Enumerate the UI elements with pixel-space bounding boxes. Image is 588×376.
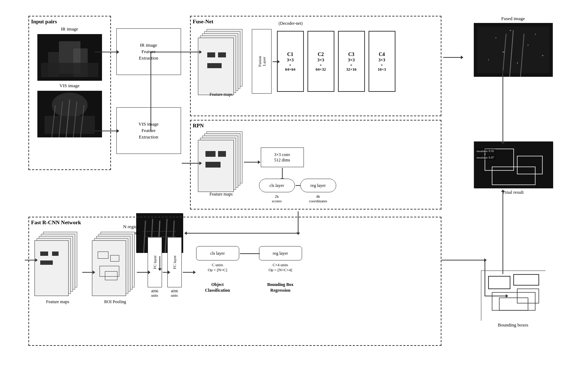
arrow-ir-feat xyxy=(95,52,117,52)
c4-size: 3×3 xyxy=(379,57,385,63)
decoder-block-c1: C1 3×3 × 64×64 xyxy=(277,31,304,92)
fuse-net-feat-label: Feature maps xyxy=(198,92,245,97)
arrow-bbox-v xyxy=(485,260,485,296)
fused-svg xyxy=(474,23,553,77)
vis-image xyxy=(37,91,102,137)
fc-layer-2: FC layer xyxy=(167,237,182,287)
c1-dim: 64×64 xyxy=(285,67,295,71)
decoder-net-label: (Decoder-net) xyxy=(279,21,303,26)
svg-rect-25 xyxy=(528,44,528,46)
svg-rect-30 xyxy=(517,62,518,64)
ir-image-label: IR image xyxy=(31,26,108,32)
fast-rcnn-feat-label: Feature maps xyxy=(34,299,81,305)
fast-rcnn-reg-label: reg layer xyxy=(273,251,288,256)
arrow-cls-reg xyxy=(296,185,300,186)
fc2-units-label: 4096 units xyxy=(166,289,184,298)
arrow-ir-fuse xyxy=(182,52,200,52)
rpn-reg-coords-label: 4k coordinates xyxy=(300,194,336,203)
arrow-cls-reg-rcnn xyxy=(240,253,260,254)
arrow-in-rcnn xyxy=(25,260,36,260)
roi-rect-4 xyxy=(105,271,117,280)
final-result-label: Final result xyxy=(470,189,556,195)
input-pairs-box: Input pairs IR image VIS image xyxy=(28,16,111,170)
arrow-rpn-feat-conv xyxy=(244,162,258,163)
arrow-roi-fc xyxy=(137,272,148,273)
stack-layer-1 xyxy=(198,38,234,95)
fast-rcnn-reg-desc: Bounding Box Regression xyxy=(259,282,302,293)
fc1-units-label: 4096 units xyxy=(146,289,164,298)
reg-units: C×4 units xyxy=(259,262,302,267)
vis-feat-extract-box: VIS image Feature Extraction xyxy=(116,107,181,154)
c1-size: 3×3 xyxy=(287,57,294,63)
svg-rect-24 xyxy=(495,37,496,38)
rpn-cls-score-label: 2k scores xyxy=(259,194,295,203)
arrow-vis-rpn xyxy=(182,163,200,164)
c3-id: C3 xyxy=(348,52,354,57)
roi-stack-1 xyxy=(92,240,126,296)
arrow-fusion-c1 xyxy=(273,61,278,62)
c3-size: 3×3 xyxy=(348,57,355,63)
arrow-rpn-proposals-v xyxy=(298,211,298,233)
arrow-vis-fuse-v xyxy=(151,52,151,131)
rpn-box: RPN Feature maps 3×3 conv 512 dims cls l… xyxy=(190,120,441,210)
rpn-label: RPN xyxy=(193,123,439,129)
svg-rect-28 xyxy=(488,59,489,61)
roi-rect-1 xyxy=(98,252,108,259)
fusion-layer-box: Fusion Layer xyxy=(252,29,272,94)
feat-dot-2 xyxy=(218,52,226,57)
svg-rect-26 xyxy=(503,52,504,52)
svg-rect-23 xyxy=(510,30,511,31)
c4-dim: 16×3 xyxy=(378,67,386,71)
c2-cross: × xyxy=(320,63,322,67)
c2-id: C2 xyxy=(318,52,324,57)
rpn-feat-dot-1 xyxy=(205,151,216,157)
bbox-label: Bounding boxes xyxy=(477,322,549,328)
c1-cross: × xyxy=(289,63,291,67)
rpn-conv-box: 3×3 conv 512 dims xyxy=(261,147,304,167)
fast-rcnn-box: Fast R-CNN Network Feature maps xyxy=(28,217,441,346)
svg-rect-4 xyxy=(41,63,98,77)
svg-point-6 xyxy=(52,93,88,118)
arrow-vis-fuse-h xyxy=(151,52,183,52)
rpn-cls-layer: cls layer xyxy=(259,179,295,192)
vis-image-svg xyxy=(37,91,102,137)
arrow-fc2-out xyxy=(183,272,194,273)
arrow-feat-roi xyxy=(82,272,93,273)
rpn-feat-label: Feature maps xyxy=(198,192,245,197)
vis-image-label: VIS image xyxy=(31,83,108,89)
main-diagram: Input pairs IR image VIS image xyxy=(25,12,564,364)
arrow-fc1-fc2 xyxy=(163,272,168,273)
input-pairs-label: Input pairs xyxy=(31,19,108,25)
c3-cross: × xyxy=(350,63,352,67)
output-area: Fused image xyxy=(470,16,556,77)
rpn-cls-label: cls layer xyxy=(269,183,284,188)
rpn-reg-layer: reg layer xyxy=(300,179,336,192)
arrow-conv-down xyxy=(282,168,283,179)
cls-units: C units xyxy=(196,262,239,267)
arrow-c4-fused xyxy=(443,57,461,58)
fc-dot-1 xyxy=(40,252,48,256)
final-result-image: insulator 0.92 insulator 0.87 xyxy=(474,141,553,188)
ir-image-svg xyxy=(37,34,102,81)
fused-image xyxy=(474,23,553,77)
decoder-block-c2: C2 3×3 × 64×32 xyxy=(307,31,334,92)
c4-id: C4 xyxy=(379,52,385,57)
roi-pooling-label: ROI Pooling xyxy=(92,299,139,305)
rpn-stack-1 xyxy=(198,140,234,192)
c1-id: C1 xyxy=(287,52,293,57)
fc-stack-1 xyxy=(34,240,69,296)
arrow-vis-feat xyxy=(95,131,117,131)
fast-rcnn-cls-label: cls layer xyxy=(210,251,224,256)
c4-cross: × xyxy=(381,63,383,67)
fast-rcnn-cls-info: C units Op = [N×C] xyxy=(196,262,239,273)
fast-rcnn-cls-desc: Object Classification xyxy=(196,282,239,293)
rpn-feat-dot-3 xyxy=(205,162,221,168)
arrow-proposals-rcnn xyxy=(159,256,160,269)
fuse-net-label: Fuse-Net xyxy=(193,19,439,25)
final-result-area: insulator 0.92 insulator 0.87 Final resu… xyxy=(470,141,556,195)
fast-rcnn-reg-box: reg layer xyxy=(259,246,302,260)
arrow-fused-detect xyxy=(503,70,503,142)
c2-dim: 64×32 xyxy=(316,67,326,71)
fast-rcnn-reg-info: C×4 units Op = [N×C×4] xyxy=(259,262,302,273)
feat-dot-1 xyxy=(207,52,215,57)
